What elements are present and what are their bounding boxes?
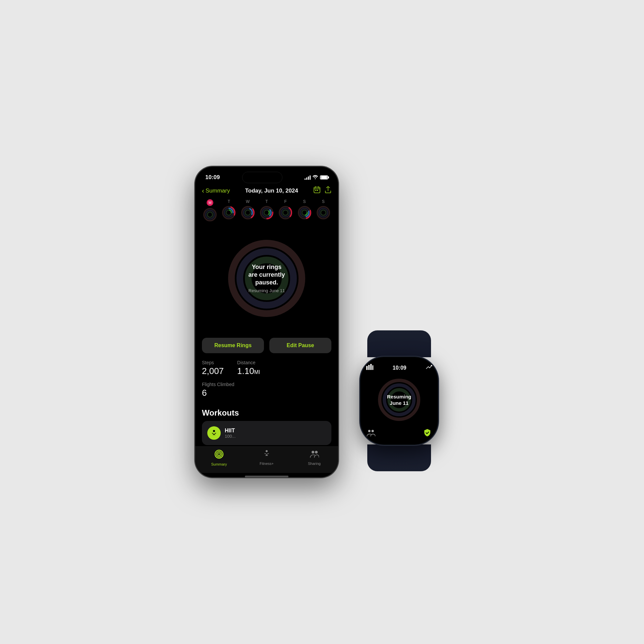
day-item-sun[interactable]: S [316,199,331,222]
battery-icon [320,175,328,179]
edit-pause-label: Edit Pause [287,342,314,348]
watch-ring-area: Resuming June 11 [366,374,432,425]
day-ring-fri [278,205,293,220]
stats-section: Steps 2,007 Distance 1.10MI Flights Clim… [195,357,338,407]
watch-band-bottom [367,444,431,471]
signal-bar-1 [305,178,306,180]
flights-row: Flights Climbed 6 [202,382,331,398]
distance-label: Distance [237,360,260,365]
day-label-wed: W [246,199,250,204]
watch-ring-text: Resuming June 11 [387,393,412,406]
svg-line-50 [265,453,266,454]
iphone-device: 10:09 [195,166,339,478]
day-ring-tue [221,205,236,220]
tab-fitness-label: Fitness+ [260,462,274,466]
tab-sharing-label: Sharing [308,462,321,466]
watch-ring-container: Resuming June 11 [377,378,421,422]
svg-line-51 [267,453,269,454]
distance-stat: Distance 1.10MI [237,360,260,376]
steps-value: 2,007 [202,366,224,376]
workouts-section: Workouts HIIT 100... [195,407,338,446]
ring-paused-text: Your rings are currently paused. [247,263,287,287]
workout-icon-hiit [207,426,221,440]
day-label-monday: M [207,199,213,206]
svg-point-28 [283,210,288,215]
week-row: M T [195,199,338,222]
watch-people-icon[interactable] [366,428,376,438]
steps-distance-row: Steps 2,007 Distance 1.10MI [202,360,331,376]
watch-shield-icon[interactable] [422,428,432,438]
status-bar: 10:09 [195,167,338,183]
day-item-fri[interactable]: F [278,199,293,222]
watch-screen: 10:09 [361,357,438,444]
workout-name-hiit: HIIT [225,428,326,434]
steps-stat: Steps 2,007 [202,360,224,376]
day-label-fri: F [284,199,287,204]
svg-point-17 [245,210,251,215]
flights-value: 6 [202,388,234,398]
svg-point-46 [216,451,222,457]
day-ring-thu [259,205,274,220]
resume-rings-button[interactable]: Resume Rings [202,338,264,353]
day-ring-wed [240,205,255,220]
svg-point-62 [368,430,371,432]
watch-status-bar: 10:09 [366,364,432,372]
day-ring-monday [203,207,217,222]
steps-label: Steps [202,360,224,365]
flights-label: Flights Climbed [202,382,234,387]
calendar-icon[interactable] [313,186,321,195]
tab-fitness-plus[interactable]: Fitness+ [243,449,290,466]
day-ring-sun [316,205,331,220]
resume-rings-label: Resume Rings [214,342,252,348]
svg-point-8 [207,212,213,217]
tab-summary[interactable]: Summary [195,449,243,466]
svg-point-49 [266,450,268,452]
apple-watch-device: 10:09 [349,330,449,451]
svg-line-44 [215,433,216,434]
day-item-monday[interactable]: M [203,199,217,222]
distance-value: 1.10MI [237,366,260,376]
scene: 10:09 [195,166,449,478]
tab-sharing-icon [310,449,319,460]
workout-card-hiit[interactable]: HIIT 100... [202,421,331,445]
action-buttons: Resume Rings Edit Pause [195,338,338,353]
day-item-thu[interactable]: T [259,199,274,222]
signal-bar-2 [306,177,307,180]
watch-band-top [367,330,431,357]
back-button[interactable]: ‹ Summary [202,187,230,195]
watch-body: 10:09 [361,357,438,444]
home-indicator [245,476,288,477]
svg-rect-57 [372,365,373,370]
watch-time: 10:09 [393,365,407,371]
day-item-tue[interactable]: T [221,199,236,222]
tab-summary-icon [214,449,224,461]
back-chevron-icon: ‹ [202,187,204,195]
header-date: Today, Jun 10, 2024 [245,187,298,194]
status-time: 10:09 [205,174,220,181]
svg-point-52 [312,451,314,453]
watch-bottom-bar [366,428,432,438]
workout-detail-hiit: 100... [225,434,326,439]
svg-rect-56 [370,364,372,370]
tab-fitness-icon [262,449,271,460]
wifi-icon [313,175,318,180]
iphone-screen: 10:09 [195,167,338,477]
svg-point-42 [213,430,215,432]
share-icon[interactable] [325,186,331,195]
signal-bar-3 [308,176,309,180]
signal-bars-icon [305,175,311,180]
svg-point-38 [321,210,326,215]
svg-rect-4 [315,190,316,191]
day-label-sat: S [303,199,306,204]
watch-trend-icon [426,365,432,371]
big-ring-container: Your rings are currently paused. Resumin… [226,238,307,319]
svg-rect-5 [317,190,318,191]
flights-stat: Flights Climbed 6 [202,382,234,398]
ring-resume-text: Resuming June 11 [247,288,287,293]
tab-summary-label: Summary [211,462,227,466]
svg-rect-55 [368,365,370,370]
day-item-sat[interactable]: S [297,199,312,222]
tab-sharing[interactable]: Sharing [290,449,338,466]
edit-pause-button[interactable]: Edit Pause [269,338,331,353]
day-item-wed[interactable]: W [240,199,255,222]
